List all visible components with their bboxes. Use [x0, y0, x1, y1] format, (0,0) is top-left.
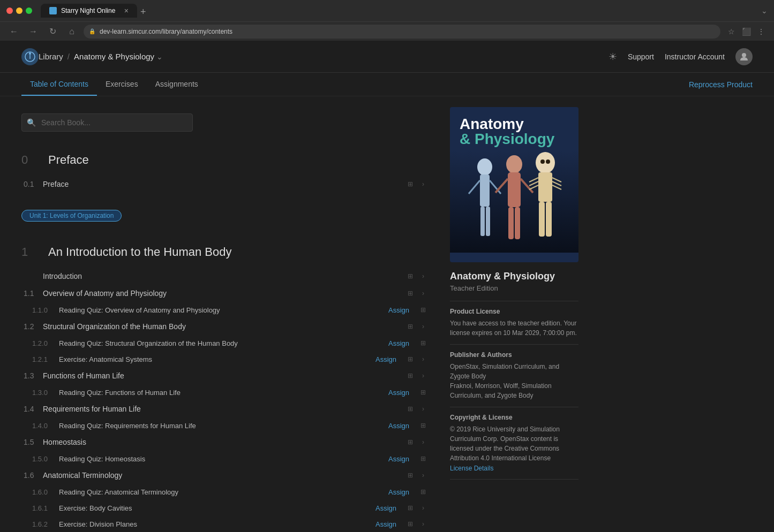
svg-rect-6	[480, 174, 490, 207]
share-icon[interactable]: ⊞	[405, 470, 416, 481]
assign-button[interactable]: Assign	[384, 421, 414, 431]
sub-section-title[interactable]: Exercise: Anatomical Systems	[59, 355, 371, 363]
section-num: 1.1	[21, 289, 43, 298]
new-tab-button[interactable]: +	[137, 6, 149, 18]
sub-section-title[interactable]: Reading Quiz: Overview of Anatomy and Ph…	[59, 306, 384, 314]
share-icon[interactable]: ⊞	[418, 453, 429, 464]
preface-header: 0 Preface	[21, 149, 429, 171]
share-icon[interactable]: ⊞	[405, 503, 416, 513]
preface-section: 0 Preface 0.1 Preface ⊞ ›	[21, 149, 429, 193]
chevron-icon[interactable]: ›	[418, 470, 429, 481]
copyright-label: Copyright & License	[450, 414, 578, 421]
share-icon[interactable]: ⊞	[405, 271, 416, 282]
license-details-link[interactable]: License Details	[450, 465, 493, 472]
address-bar[interactable]	[84, 25, 720, 39]
forward-button[interactable]: →	[26, 24, 41, 39]
chevron-icon[interactable]: ›	[418, 179, 429, 189]
share-icon[interactable]: ⊞	[405, 354, 416, 364]
chevron-icon[interactable]: ›	[418, 404, 429, 414]
section-title[interactable]: Anatomical Terminology	[43, 471, 401, 480]
row-icons: ⊞ ›	[405, 404, 429, 414]
sub-section-title[interactable]: Reading Quiz: Requirements for Human Lif…	[59, 422, 384, 430]
book-cover-figures	[450, 151, 578, 253]
section-title[interactable]: Preface	[43, 180, 401, 188]
row-icons: ⊞ ›	[405, 179, 429, 189]
tab-table-of-contents[interactable]: Table of Contents	[21, 73, 97, 96]
chevron-icon[interactable]: ›	[418, 437, 429, 447]
chevron-icon[interactable]: ›	[418, 321, 429, 332]
sub-section-title[interactable]: Exercise: Body Cavities	[59, 504, 371, 512]
reload-button[interactable]: ↻	[45, 24, 60, 39]
address-bar-wrapper: 🔒	[84, 25, 720, 39]
extension-icon[interactable]: ⬛	[740, 25, 753, 38]
assign-button[interactable]: Assign	[371, 519, 401, 529]
chevron-icon[interactable]: ›	[418, 519, 429, 529]
sub-section-num: 1.3.0	[32, 389, 59, 397]
section-title[interactable]: Overview of Anatomy and Physiology	[43, 289, 401, 298]
tab-close-button[interactable]: ×	[124, 7, 129, 14]
list-item: 1.5 Homeostasis ⊞ ›	[21, 434, 429, 451]
support-link[interactable]: Support	[628, 52, 654, 61]
search-input[interactable]	[21, 113, 193, 132]
home-button[interactable]: ⌂	[64, 24, 79, 39]
instructor-account-label[interactable]: Instructor Account	[665, 52, 725, 61]
share-icon[interactable]: ⊞	[405, 404, 416, 414]
user-avatar[interactable]	[735, 48, 753, 65]
row-icons: ⊞ ›	[405, 519, 429, 529]
row-icons: ⊞	[418, 487, 429, 497]
share-icon[interactable]: ⊞	[405, 519, 416, 529]
sub-section-title[interactable]: Reading Quiz: Structural Organization of…	[59, 339, 384, 347]
theme-toggle-icon[interactable]: ☀	[608, 51, 617, 63]
list-item: 1.4 Requirements for Human Life ⊞ ›	[21, 400, 429, 417]
share-icon[interactable]: ⊞	[405, 437, 416, 447]
intro-title[interactable]: Introduction	[43, 272, 401, 280]
share-icon[interactable]: ⊞	[418, 387, 429, 398]
sub-section-title[interactable]: Reading Quiz: Anatomical Terminology	[59, 488, 384, 496]
assign-button[interactable]: Assign	[384, 454, 414, 464]
sub-section-num: 1.6.0	[32, 488, 59, 496]
chevron-icon[interactable]: ›	[418, 503, 429, 513]
chevron-icon[interactable]: ›	[418, 354, 429, 364]
share-icon[interactable]: ⊞	[405, 288, 416, 299]
assign-button[interactable]: Assign	[384, 338, 414, 348]
traffic-light-yellow[interactable]	[16, 7, 22, 14]
sub-section-title[interactable]: Exercise: Division Planes	[59, 520, 371, 528]
tab-assignments[interactable]: Assignments	[147, 73, 207, 96]
chevron-icon[interactable]: ›	[418, 288, 429, 299]
active-tab[interactable]: Starry Night Online ×	[41, 4, 137, 18]
traffic-light-red[interactable]	[6, 7, 13, 14]
chapter-1-title: An Introduction to the Human Body	[48, 245, 231, 259]
chevron-icon[interactable]: ›	[418, 370, 429, 381]
section-num: 1.6	[21, 471, 43, 480]
product-dropdown-icon[interactable]: ⌄	[156, 52, 163, 61]
share-icon[interactable]: ⊞	[418, 420, 429, 431]
assign-button[interactable]: Assign	[384, 487, 414, 497]
traffic-light-green[interactable]	[26, 7, 32, 14]
share-icon[interactable]: ⊞	[405, 321, 416, 332]
assign-button[interactable]: Assign	[371, 503, 401, 513]
share-icon[interactable]: ⊞	[405, 179, 416, 189]
more-icon[interactable]: ⋮	[755, 25, 768, 38]
share-icon[interactable]: ⊞	[418, 338, 429, 348]
section-title[interactable]: Requirements for Human Life	[43, 405, 401, 413]
section-title[interactable]: Structural Organization of the Human Bod…	[43, 322, 401, 331]
bookmark-icon[interactable]: ☆	[725, 25, 738, 38]
sub-section-title[interactable]: Reading Quiz: Homeostasis	[59, 455, 384, 463]
sub-section-title[interactable]: Reading Quiz: Functions of Human Life	[59, 389, 384, 397]
svg-rect-9	[480, 207, 485, 236]
window-controls[interactable]: ⌄	[761, 6, 768, 15]
assign-button[interactable]: Assign	[384, 305, 414, 315]
share-icon[interactable]: ⊞	[405, 370, 416, 381]
share-icon[interactable]: ⊞	[418, 487, 429, 497]
chevron-icon[interactable]: ›	[418, 271, 429, 282]
share-icon[interactable]: ⊞	[418, 305, 429, 315]
assign-button[interactable]: Assign	[384, 387, 414, 398]
library-link[interactable]: Library	[39, 52, 63, 61]
reprocess-link[interactable]: Reprocess Product	[689, 80, 753, 89]
assign-button[interactable]: Assign	[371, 354, 401, 364]
list-item: Introduction ⊞ ›	[21, 268, 429, 285]
section-title[interactable]: Functions of Human Life	[43, 371, 401, 380]
section-title[interactable]: Homeostasis	[43, 438, 401, 446]
back-button[interactable]: ←	[6, 24, 21, 39]
tab-exercises[interactable]: Exercises	[97, 73, 147, 96]
